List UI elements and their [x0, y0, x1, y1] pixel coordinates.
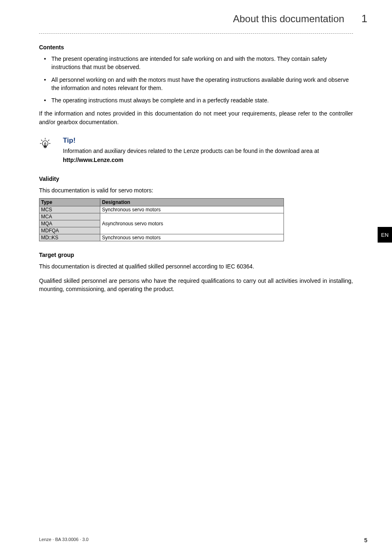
- table-cell-designation: Synchronous servo motors: [100, 234, 284, 241]
- svg-line-2: [48, 140, 49, 141]
- lightbulb-icon: [39, 136, 63, 163]
- tip-block: Tip! Information and auxiliary devices r…: [39, 136, 353, 163]
- validity-intro: This documentation is valid for servo mo…: [39, 186, 353, 194]
- table-cell-type: MDFQA: [39, 227, 100, 234]
- language-tab: EN: [378, 227, 392, 243]
- chapter-number: 1: [362, 12, 367, 25]
- table-row: MCA Asynchronous servo motors: [39, 213, 284, 220]
- table-cell-designation: Synchronous servo motors: [100, 206, 284, 213]
- table-row: MD□KS Synchronous servo motors: [39, 234, 284, 241]
- table-cell-type: MCS: [39, 206, 100, 213]
- tip-text: Information and auxiliary devices relate…: [63, 147, 353, 155]
- contents-heading: Contents: [39, 44, 353, 51]
- table-header-type: Type: [39, 198, 100, 206]
- table-cell-type: MD□KS: [39, 234, 100, 241]
- table-cell-designation: Asynchronous servo motors: [100, 213, 284, 234]
- divider-line: [39, 33, 353, 34]
- tip-content: Tip! Information and auxiliary devices r…: [63, 136, 353, 163]
- page-header: About this documentation 1: [0, 0, 392, 33]
- svg-line-1: [41, 140, 42, 141]
- contents-bullet-list: The present operating instructions are i…: [39, 55, 353, 104]
- list-item: The operating instructions must always b…: [51, 96, 353, 104]
- validity-heading: Validity: [39, 176, 353, 182]
- table-row: MCS Synchronous servo motors: [39, 206, 284, 213]
- table-cell-type: MQA: [39, 220, 100, 227]
- table-cell-type: MCA: [39, 213, 100, 220]
- contents-after-paragraph: If the information and notes provided in…: [39, 109, 353, 126]
- table-header-row: Type Designation: [39, 198, 284, 206]
- validity-table-wrapper: Type Designation MCS Synchronous servo m…: [39, 198, 353, 241]
- target-group-para-2: Qualified skilled personnel are persons …: [39, 277, 353, 294]
- list-item: The present operating instructions are i…: [51, 55, 353, 72]
- page-footer: Lenze · BA 33.0006 · 3.0 5: [39, 537, 367, 543]
- content-area: Contents The present operating instructi…: [0, 44, 392, 294]
- target-group-para-1: This documentation is directed at qualif…: [39, 262, 353, 271]
- chapter-title: About this documentation: [233, 13, 344, 24]
- table-header-designation: Designation: [100, 198, 284, 206]
- target-group-heading: Target group: [39, 252, 353, 258]
- list-item: All personnel working on and with the mo…: [51, 76, 353, 92]
- page-number: 5: [364, 537, 367, 543]
- footer-left-text: Lenze · BA 33.0006 · 3.0: [39, 537, 88, 543]
- tip-title: Tip!: [63, 136, 353, 145]
- validity-table: Type Designation MCS Synchronous servo m…: [39, 198, 284, 241]
- tip-link: http://www.Lenze.com: [63, 157, 353, 163]
